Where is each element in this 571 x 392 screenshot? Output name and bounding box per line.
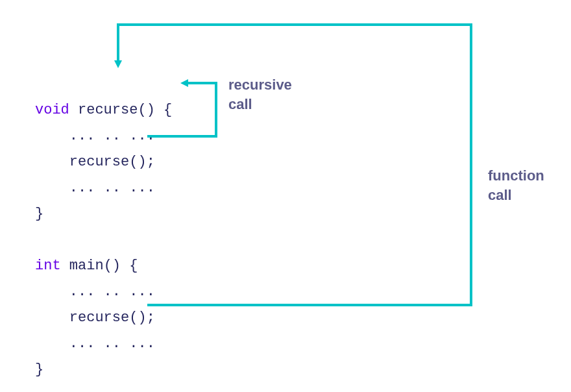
keyword-int: int: [35, 258, 61, 274]
main-fn-name: main: [69, 258, 104, 274]
recurse-fn-name: recurse: [78, 102, 138, 118]
main-sig-open: () {: [104, 258, 138, 274]
function-label-line1: function: [488, 167, 544, 184]
recurse-sig-open: () {: [138, 102, 172, 118]
recurse-close: }: [35, 206, 43, 222]
recurse-dots-1: ... .. ...: [69, 128, 155, 144]
main-dots-1: ... .. ...: [69, 284, 155, 300]
recurse-signature: void recurse() {: [35, 102, 172, 118]
code-block: void recurse() { ... .. ... recurse(); .…: [35, 71, 172, 383]
recursive-call-label: recursive call: [228, 75, 292, 114]
recurse-self-call: recurse();: [69, 154, 155, 170]
main-close: }: [35, 361, 43, 378]
recursive-label-line2: call: [228, 96, 252, 112]
main-recurse-call: recurse();: [69, 310, 155, 326]
recursive-label-line1: recursive: [228, 77, 292, 93]
function-call-label: function call: [488, 166, 544, 204]
main-dots-2: ... .. ...: [69, 336, 155, 352]
function-label-line2: call: [488, 187, 512, 203]
recurse-dots-2: ... .. ...: [69, 180, 155, 196]
main-signature: int main() {: [35, 258, 138, 274]
keyword-void: void: [35, 102, 69, 118]
